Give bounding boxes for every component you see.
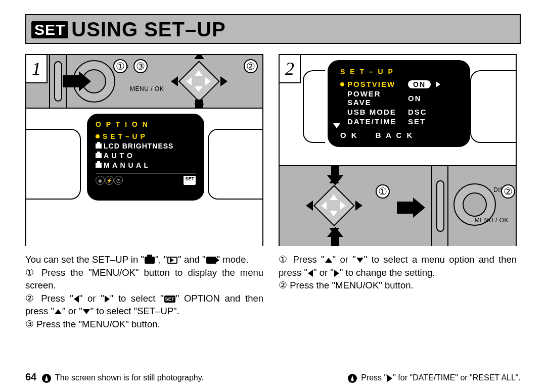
info-icon: [42, 374, 51, 383]
playback-mode-icon: [167, 257, 177, 264]
info-icon: [348, 374, 357, 383]
title-bar: SET USING SET–UP: [25, 14, 521, 44]
tab-icon: ◈: [96, 176, 105, 185]
down-arrow-icon: [356, 258, 363, 263]
set-tab-icon: SET: [184, 176, 196, 185]
step1-panel: 1 F MENU / OK: [25, 54, 263, 246]
camera-icon: [96, 153, 102, 158]
column-left: 1 F MENU / OK: [25, 54, 263, 330]
hand-outline-left: [26, 129, 81, 200]
camera-icon: [96, 143, 102, 149]
footer-left: 64 The screen shown is for still photogr…: [25, 371, 204, 383]
column-right: 2 S E T – U P POSTVIEW ON POWER SAVE ON: [279, 54, 517, 330]
option-footer: ◈ ⚡ ◷ SET: [96, 173, 196, 185]
hinge-icon: [436, 180, 444, 232]
page-number: 64: [25, 371, 36, 382]
footer: 64 The screen shown is for still photogr…: [25, 371, 521, 383]
menu-ok-label-2: MENU / OK: [475, 217, 509, 224]
left-arrow-icon: [308, 270, 313, 277]
arrow-down-icon: [327, 166, 343, 185]
down-arrow-icon: [83, 309, 90, 314]
svg-marker-2: [327, 166, 343, 185]
setup-screen: S E T – U P POSTVIEW ON POWER SAVE ON US…: [328, 60, 470, 147]
left-instructions: You can set the SET–UP in "", "" and "" …: [25, 253, 263, 330]
option-item-auto: A U T O: [96, 152, 196, 160]
hand-outline-right: [208, 129, 262, 200]
arrow-right-icon: [396, 198, 426, 218]
right-caret-icon: [436, 81, 440, 87]
callout-1: ①: [113, 59, 127, 73]
up-arrow-icon: [55, 309, 62, 314]
option-title: O P T I O N: [96, 120, 196, 128]
hinge-icon: [54, 61, 62, 102]
callout-3: ③: [133, 59, 148, 73]
arrow-icon: [62, 71, 92, 91]
arrow-down-icon: [191, 100, 207, 109]
set-icon: SET: [164, 296, 175, 303]
camera-icon: [96, 163, 102, 168]
up-arrow-icon: [325, 258, 332, 263]
option-item-manual: M A N U A L: [96, 161, 196, 169]
option-screen: O P T I O N S E T – U P LCD BRIGHTNESS A…: [87, 114, 204, 201]
arrow-up-icon: [327, 227, 343, 246]
right-instructions: ① Press "" or "" to select a menu option…: [279, 253, 517, 292]
step2-panel: 2 S E T – U P POSTVIEW ON POWER SAVE ON: [279, 54, 517, 246]
step2-lcd-area: S E T – U P POSTVIEW ON POWER SAVE ON US…: [280, 55, 516, 166]
page-title: USING SET–UP: [71, 18, 225, 41]
svg-marker-0: [63, 71, 91, 91]
step2-hardware: ① ② DISP MENU / OK: [280, 166, 516, 246]
scroll-down-icon: [333, 123, 340, 128]
setup-row-datetime: DATE/TIME SET: [340, 117, 461, 126]
step1-hardware: F MENU / OK ① ③ ②: [26, 55, 262, 109]
option-item-setup: S E T – U P: [96, 132, 196, 140]
setup-row-powersave: POWER SAVE ON: [340, 89, 461, 107]
footer-right: Press "" for "DATE/TIME" or "RESET ALL".: [348, 373, 521, 383]
option-item-lcd: LCD BRIGHTNESS: [96, 142, 196, 150]
flash-icon: ⚡: [105, 176, 114, 185]
right-arrow-icon: [387, 375, 392, 382]
svg-marker-4: [397, 198, 425, 218]
svg-marker-3: [327, 227, 343, 246]
callout-2: ②: [501, 184, 515, 199]
camera-mode-icon: [145, 257, 155, 264]
callout-1: ①: [376, 184, 390, 199]
left-arrow-icon: [74, 296, 79, 303]
setup-row-postview: POSTVIEW ON: [340, 80, 461, 88]
movie-mode-icon: [206, 257, 216, 264]
step-number-1: 1: [25, 54, 48, 83]
step1-lcd-area: O P T I O N S E T – U P LCD BRIGHTNESS A…: [26, 109, 262, 247]
setup-row-usb: USB MODE DSC: [340, 108, 461, 116]
right-arrow-icon: [105, 296, 110, 303]
setup-footer: O K B A C K: [340, 131, 461, 139]
callout-2: ②: [244, 59, 258, 73]
hand-outline-right: [470, 70, 516, 143]
setup-title: S E T – U P: [340, 68, 461, 76]
right-arrow-icon: [334, 270, 339, 277]
timer-icon: ◷: [114, 176, 123, 185]
svg-marker-1: [191, 100, 207, 109]
menu-ok-label-1: MENU / OK: [130, 85, 164, 92]
step-number-2: 2: [279, 54, 301, 83]
hand-outline-left: [303, 70, 325, 143]
set-badge: SET: [31, 21, 68, 38]
